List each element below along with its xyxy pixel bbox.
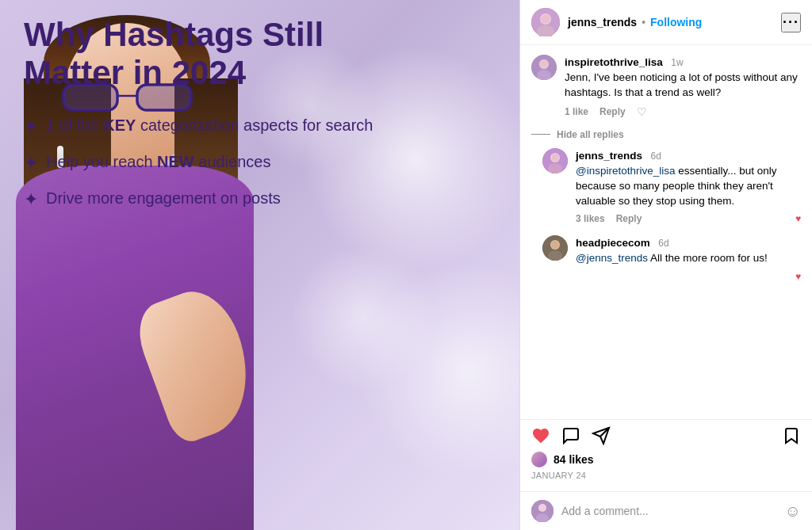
bullet-star-1: ✦ (24, 116, 38, 137)
post-date: January 24 (531, 471, 801, 480)
post-image-content: Why Hashtags Still Matter in 2024 ✦ 1 of… (0, 0, 519, 530)
svg-point-14 (540, 60, 548, 68)
heart-icon-lisa[interactable]: ♡ (637, 105, 647, 118)
svg-point-18 (551, 154, 559, 162)
bullet-item-2: ✦ Help you reach NEW audiences (24, 151, 504, 173)
action-bar: 84 likes January 24 (520, 419, 812, 491)
likes-avatar (531, 452, 547, 467)
reply-body-headpiece: headpiececom 6d @jenns_trends All the mo… (576, 235, 801, 282)
hide-replies-label: Hide all replies (557, 129, 624, 140)
reply-avatar-headpiece[interactable] (542, 235, 568, 261)
reply-likes-jenn: 3 likes (576, 213, 605, 224)
commenter-avatar-lisa[interactable] (531, 55, 557, 80)
svg-point-26 (538, 504, 546, 512)
reply-time-headpiece: 6d (658, 238, 668, 249)
bullet-star-3: ✦ (24, 189, 38, 210)
post-image: Why Hashtags Still Matter in 2024 ✦ 1 of… (0, 0, 519, 530)
comment-body-lisa: inspiretothrive_lisa 1w Jenn, I've been … (565, 55, 801, 118)
heart-icon-headpiece[interactable]: ♥ (795, 271, 801, 282)
reply-actions-jenn: 3 likes Reply ♥ (576, 213, 801, 224)
reply-username-jenn: jenns_trends (576, 150, 642, 162)
reply-text-headpiece: @jenns_trends All the more room for us! (576, 251, 801, 266)
svg-point-10 (541, 14, 550, 24)
author-username[interactable]: jenns_trends (568, 16, 637, 29)
comment-item: inspiretothrive_lisa 1w Jenn, I've been … (531, 55, 801, 118)
emoji-button[interactable]: ☺ (785, 502, 801, 520)
title-line2: Matter in 2024 (24, 54, 246, 91)
reply-avatar-jenn[interactable] (542, 148, 568, 173)
mention-jenns: @jenns_trends (576, 252, 648, 264)
add-comment-bar: ☺ (520, 491, 812, 530)
reply-item-2: headpiececom 6d @jenns_trends All the mo… (542, 235, 801, 282)
current-user-avatar (531, 500, 553, 522)
svg-point-22 (551, 241, 559, 249)
heart-icon-jenn[interactable]: ♥ (795, 213, 801, 224)
reply-button-lisa[interactable]: Reply (599, 106, 626, 117)
image-text-overlay: Why Hashtags Still Matter in 2024 ✦ 1 of… (24, 16, 504, 224)
header-dot: • (642, 16, 645, 29)
reply-button-jenn[interactable]: Reply (616, 213, 642, 224)
reply-item-1: jenns_trends 6d @inspiretothrive_lisa es… (542, 148, 801, 225)
post-header: jenns_trends • Following ··· (520, 0, 812, 45)
likes-row: 84 likes (531, 452, 801, 467)
more-options-button[interactable]: ··· (781, 13, 801, 32)
bullet-item-1: ✦ 1 of the KEY categorization aspects fo… (24, 115, 504, 137)
comment-text-lisa: Jenn, I've been noticing a lot of posts … (565, 71, 801, 101)
right-panel: jenns_trends • Following ··· inspiretoth… (519, 0, 812, 530)
bookmark-button[interactable] (782, 426, 801, 445)
share-button[interactable] (592, 426, 611, 445)
comment-actions-lisa: 1 like Reply ♡ (565, 105, 801, 118)
following-status[interactable]: Following (650, 16, 702, 29)
comment-input[interactable] (561, 505, 777, 517)
bullet-item-3: ✦ Drive more engagement on posts (24, 188, 504, 210)
title-line1: Why Hashtags Still (24, 16, 324, 53)
comment-time-lisa: 1w (671, 57, 683, 68)
author-avatar[interactable] (531, 8, 560, 36)
mention-lisa: @inspiretothrive_lisa (576, 165, 676, 177)
header-info: jenns_trends • Following (568, 16, 773, 29)
comment-button[interactable] (561, 426, 580, 445)
comment-likes-lisa: 1 like (565, 106, 588, 117)
comments-section[interactable]: inspiretothrive_lisa 1w Jenn, I've been … (520, 45, 812, 419)
post-title: Why Hashtags Still Matter in 2024 (24, 16, 504, 93)
replies-container: jenns_trends 6d @inspiretothrive_lisa es… (531, 148, 801, 283)
reply-body-jenn: jenns_trends 6d @inspiretothrive_lisa es… (576, 148, 801, 225)
commenter-username-lisa: inspiretothrive_lisa (565, 56, 663, 68)
bullet-text-2: Help you reach NEW audiences (46, 151, 271, 172)
bullet-text-3: Drive more engagement on posts (46, 188, 281, 208)
likes-count[interactable]: 84 likes (553, 453, 594, 466)
bullet-list: ✦ 1 of the KEY categorization aspects fo… (24, 115, 504, 210)
reply-actions-headpiece: ♥ (576, 271, 801, 282)
bullet-star-2: ✦ (24, 153, 38, 173)
reply-text-jenn: @inspiretothrive_lisa essentially... but… (576, 164, 801, 209)
hide-replies-line (531, 134, 550, 135)
like-button[interactable] (531, 426, 550, 445)
hide-replies-button[interactable]: Hide all replies (531, 129, 801, 140)
action-icons (531, 426, 801, 445)
reply-time-jenn: 6d (650, 151, 661, 162)
bullet-text-1: 1 of the KEY categorization aspects for … (46, 115, 373, 135)
reply-username-headpiece: headpiececom (576, 237, 650, 249)
